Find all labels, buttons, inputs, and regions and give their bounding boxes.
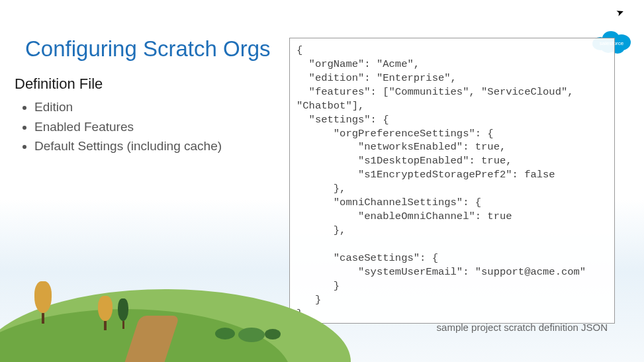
decor-tree [98, 296, 113, 330]
decor-bush [238, 328, 265, 342]
bullet-item-edition: Edition [34, 98, 222, 116]
cursor-icon: ➤ [615, 5, 626, 18]
code-caption: sample project scratch definition JSON [297, 320, 608, 333]
bullet-item-features: Enabled Features [34, 118, 222, 136]
code-sample: { "orgName": "Acme", "edition": "Enterpr… [297, 44, 608, 320]
code-panel: { "orgName": "Acme", "edition": "Enterpr… [289, 38, 615, 324]
decor-tree [118, 298, 128, 329]
bullet-list: Edition Enabled Features Default Setting… [34, 98, 222, 157]
decor-bush [265, 329, 281, 339]
decor-bush [215, 328, 235, 339]
bullet-item-settings: Default Settings (including cache) [34, 137, 222, 156]
decor-tree [34, 281, 52, 324]
page-title: Configuring Scratch Orgs [25, 36, 271, 62]
section-subtitle: Definition File [15, 75, 103, 93]
